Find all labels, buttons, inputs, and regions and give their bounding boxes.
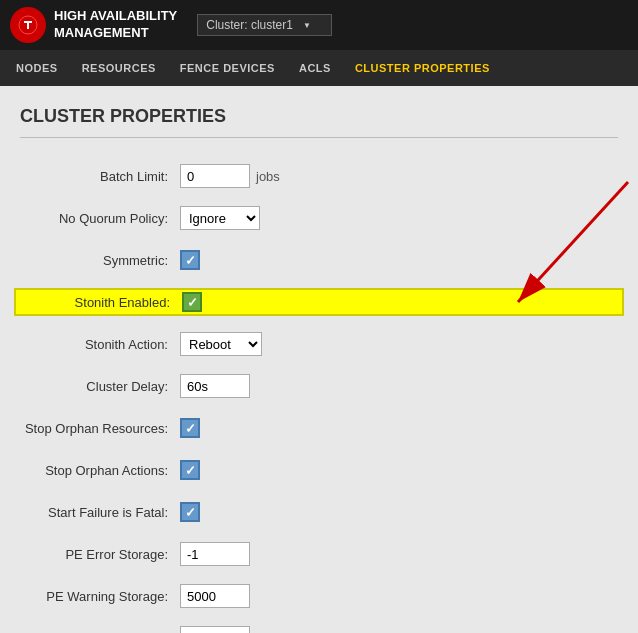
pe-input-storage-input[interactable] xyxy=(180,626,250,633)
no-quorum-policy-control: Ignore Freeze Stop Suicide xyxy=(180,206,618,230)
pe-input-storage-control xyxy=(180,626,618,633)
symmetric-row: Symmetric: xyxy=(20,246,618,274)
batch-limit-input[interactable] xyxy=(180,164,250,188)
no-quorum-policy-select[interactable]: Ignore Freeze Stop Suicide xyxy=(180,206,260,230)
stop-orphan-resources-control xyxy=(180,418,618,438)
pe-warning-storage-row: PE Warning Storage: xyxy=(20,582,618,610)
pe-error-storage-row: PE Error Storage: xyxy=(20,540,618,568)
start-failure-fatal-checkbox[interactable] xyxy=(180,502,200,522)
symmetric-checkbox[interactable] xyxy=(180,250,200,270)
cluster-delay-input[interactable] xyxy=(180,374,250,398)
stop-orphan-resources-row: Stop Orphan Resources: xyxy=(20,414,618,442)
app-logo xyxy=(10,7,46,43)
pe-error-storage-label: PE Error Storage: xyxy=(20,547,180,562)
cluster-delay-label: Cluster Delay: xyxy=(20,379,180,394)
batch-limit-label: Batch Limit: xyxy=(20,169,180,184)
no-quorum-policy-row: No Quorum Policy: Ignore Freeze Stop Sui… xyxy=(20,204,618,232)
stonith-action-control: Reboot Poweroff Fence xyxy=(180,332,618,356)
cluster-delay-row: Cluster Delay: xyxy=(20,372,618,400)
main-content: CLUSTER PROPERTIES Batch Limit: jobs No … xyxy=(0,86,638,633)
stonith-enabled-control xyxy=(182,292,616,312)
nav-acls[interactable]: ACLS xyxy=(287,50,343,86)
logo-area: HIGH AVAILABILITY MANAGEMENT xyxy=(10,7,177,43)
pe-warning-storage-input[interactable] xyxy=(180,584,250,608)
batch-limit-control: jobs xyxy=(180,164,618,188)
app-title: HIGH AVAILABILITY MANAGEMENT xyxy=(54,8,177,42)
page-title: CLUSTER PROPERTIES xyxy=(20,106,618,138)
no-quorum-policy-label: No Quorum Policy: xyxy=(20,211,180,226)
start-failure-fatal-control xyxy=(180,502,618,522)
pe-error-storage-control xyxy=(180,542,618,566)
stop-orphan-resources-label: Stop Orphan Resources: xyxy=(20,421,180,436)
nav-fence-devices[interactable]: FENCE DEVICES xyxy=(168,50,287,86)
main-nav: NODES RESOURCES FENCE DEVICES ACLS CLUST… xyxy=(0,50,638,86)
stonith-enabled-label: Stonith Enabled: xyxy=(22,295,182,310)
pe-warning-storage-label: PE Warning Storage: xyxy=(20,589,180,604)
stop-orphan-actions-checkbox[interactable] xyxy=(180,460,200,480)
cluster-selector[interactable]: Cluster: cluster1 xyxy=(197,14,332,36)
stonith-action-select[interactable]: Reboot Poweroff Fence xyxy=(180,332,262,356)
start-failure-fatal-row: Start Failure is Fatal: xyxy=(20,498,618,526)
stop-orphan-actions-label: Stop Orphan Actions: xyxy=(20,463,180,478)
pe-error-storage-input[interactable] xyxy=(180,542,250,566)
symmetric-label: Symmetric: xyxy=(20,253,180,268)
nav-cluster-properties[interactable]: CLUSTER PROPERTIES xyxy=(343,50,502,86)
svg-line-3 xyxy=(518,182,628,302)
cluster-delay-control xyxy=(180,374,618,398)
pe-warning-storage-control xyxy=(180,584,618,608)
stonith-enabled-row: Stonith Enabled: xyxy=(14,288,624,316)
nav-resources[interactable]: RESOURCES xyxy=(70,50,168,86)
stonith-action-row: Stonith Action: Reboot Poweroff Fence xyxy=(20,330,618,358)
stop-orphan-actions-control xyxy=(180,460,618,480)
nav-nodes[interactable]: NODES xyxy=(4,50,70,86)
stop-orphan-resources-checkbox[interactable] xyxy=(180,418,200,438)
stop-orphan-actions-row: Stop Orphan Actions: xyxy=(20,456,618,484)
app-header: HIGH AVAILABILITY MANAGEMENT Cluster: cl… xyxy=(0,0,638,50)
batch-limit-unit: jobs xyxy=(256,169,280,184)
pe-input-storage-row: PE Input Storage: xyxy=(20,624,618,633)
batch-limit-row: Batch Limit: jobs xyxy=(20,162,618,190)
stonith-enabled-checkbox[interactable] xyxy=(182,292,202,312)
start-failure-fatal-label: Start Failure is Fatal: xyxy=(20,505,180,520)
symmetric-control xyxy=(180,250,618,270)
stonith-action-label: Stonith Action: xyxy=(20,337,180,352)
